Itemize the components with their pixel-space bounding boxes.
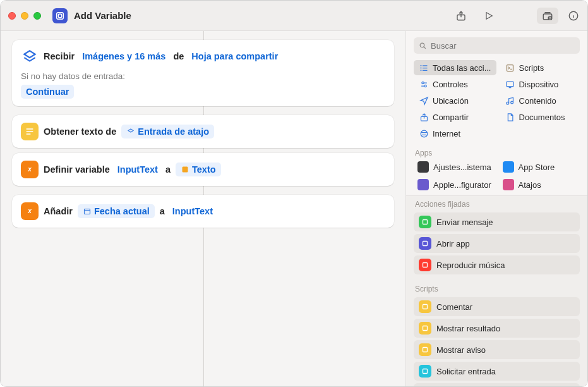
app-item[interactable]: Apple...figurator xyxy=(414,176,495,193)
add-to-variable-label: Añadir xyxy=(44,206,73,216)
category-label: Contenido xyxy=(519,96,556,106)
no-input-behavior-token[interactable]: Continuar xyxy=(21,85,74,99)
app-label: Apple...figurator xyxy=(433,180,491,190)
category-location[interactable]: Ubicación xyxy=(414,93,496,108)
receive-de: de xyxy=(173,51,184,61)
action-list-item[interactable]: Enviar mensaje xyxy=(414,212,580,231)
action-item-label: Solicitar entrada xyxy=(436,367,496,376)
svg-point-20 xyxy=(511,101,513,104)
scripts-section-label: Scripts xyxy=(406,281,587,295)
category-label: Compartir xyxy=(433,113,469,122)
pinned-section-label: Acciones fijadas xyxy=(406,196,587,210)
svg-point-12 xyxy=(420,64,421,66)
pinned-actions-list: Enviar mensajeAbrir appReproducir música xyxy=(406,212,587,274)
controls-icon xyxy=(419,79,429,89)
list-icon xyxy=(419,63,429,73)
action-item-icon xyxy=(419,300,431,313)
shortcut-app-icon xyxy=(52,8,68,23)
main: Recibir Imágenes y 16 más de Hoja para c… xyxy=(1,31,587,386)
share-icon xyxy=(419,112,429,122)
action-list-item[interactable]: Mostrar resultado xyxy=(414,319,580,338)
category-label: Ubicación xyxy=(433,96,469,106)
titlebar-sidebar-controls xyxy=(525,8,580,24)
svg-rect-1 xyxy=(58,14,61,17)
content-icon xyxy=(505,95,515,106)
svg-text:x: x xyxy=(27,207,32,214)
action-item-label: Reproducir música xyxy=(436,261,505,270)
app-item[interactable]: Ajustes...istema xyxy=(414,159,495,175)
action-list-item[interactable]: Solicitar entrada xyxy=(414,362,580,381)
category-grid: Todas las acci...ScriptsControlesDisposi… xyxy=(406,59,587,145)
set-variable-a: a xyxy=(165,164,171,175)
zoom-window-button[interactable] xyxy=(33,12,41,20)
category-internet[interactable]: Internet xyxy=(414,126,496,141)
action-list-item[interactable]: Abrir app xyxy=(414,234,580,253)
action-list-item[interactable]: Comentar xyxy=(414,297,580,316)
action-receive-input[interactable]: Recibir Imágenes y 16 más de Hoja para c… xyxy=(12,40,394,106)
app-label: App Store xyxy=(519,163,555,172)
info-button[interactable] xyxy=(567,9,580,22)
library-toggle-button[interactable] xyxy=(537,8,558,24)
svg-rect-8 xyxy=(183,167,188,173)
workflow-canvas[interactable]: Recibir Imágenes y 16 más de Hoja para c… xyxy=(1,31,405,386)
app-item[interactable]: App Store xyxy=(499,159,580,175)
category-content[interactable]: Contenido xyxy=(500,93,580,108)
receive-input-types-token[interactable]: Imágenes y 16 más xyxy=(80,50,168,63)
action-add-to-variable[interactable]: x Añadir Fecha actual a InputText xyxy=(12,195,394,228)
svg-marker-3 xyxy=(486,12,492,19)
action-list-item[interactable]: Reproducir música xyxy=(414,255,580,274)
receive-source-token[interactable]: Hoja para compartir xyxy=(189,50,280,63)
share-button[interactable] xyxy=(455,9,467,22)
svg-rect-0 xyxy=(57,12,64,19)
svg-point-17 xyxy=(424,85,426,87)
app-icon xyxy=(503,161,514,173)
add-target-variable-token[interactable]: InputText xyxy=(170,205,215,218)
action-item-icon xyxy=(419,343,431,356)
shortcut-input-icon xyxy=(126,127,135,136)
category-controls[interactable]: Controles xyxy=(414,77,496,92)
get-text-label: Obtener texto de xyxy=(44,126,116,137)
search-field[interactable] xyxy=(414,37,580,54)
app-item[interactable]: Atajos xyxy=(499,176,580,193)
variable-value-token[interactable]: Texto xyxy=(176,163,221,176)
action-item-label: Mostrar resultado xyxy=(436,324,500,333)
action-item-label: Abrir app xyxy=(436,239,470,249)
add-value-token[interactable]: Fecha actual xyxy=(78,204,155,218)
internet-icon xyxy=(419,128,429,138)
action-get-text[interactable]: Obtener texto de Entrada de atajo xyxy=(12,115,394,148)
action-list-item[interactable]: Contar xyxy=(414,383,580,386)
category-documents[interactable]: Documentos xyxy=(500,109,580,125)
minimize-window-button[interactable] xyxy=(21,12,28,20)
category-scripts[interactable]: Scripts xyxy=(500,60,580,75)
close-window-button[interactable] xyxy=(8,12,16,20)
get-text-source-token[interactable]: Entrada de atajo xyxy=(121,125,214,138)
search-icon xyxy=(419,42,427,50)
action-item-icon xyxy=(419,216,431,228)
svg-point-13 xyxy=(420,67,421,68)
variable-icon: x xyxy=(21,202,39,220)
svg-rect-25 xyxy=(423,263,428,267)
action-list-item[interactable]: Mostrar aviso xyxy=(414,340,580,359)
text-value-icon xyxy=(181,165,189,174)
search-input[interactable] xyxy=(431,41,575,51)
variable-name-token[interactable]: InputText xyxy=(115,163,160,176)
window-title: Add Variable xyxy=(74,10,131,21)
svg-rect-24 xyxy=(423,242,428,246)
apps-section-label: Apps xyxy=(406,145,587,159)
action-item-label: Comentar xyxy=(436,302,472,312)
svg-rect-18 xyxy=(507,82,513,87)
run-button[interactable] xyxy=(483,9,495,22)
location-icon xyxy=(419,95,429,106)
action-set-variable[interactable]: x Definir variable InputText a Texto xyxy=(12,153,394,186)
add-to-variable-a: a xyxy=(160,206,165,216)
svg-rect-10 xyxy=(84,209,90,214)
app-icon xyxy=(417,161,429,173)
app-label: Ajustes...istema xyxy=(433,163,491,172)
category-share[interactable]: Compartir xyxy=(414,109,496,125)
category-device[interactable]: Dispositivo xyxy=(500,77,580,92)
svg-point-22 xyxy=(421,130,428,137)
category-list[interactable]: Todas las acci... xyxy=(414,60,496,75)
titlebar-actions xyxy=(455,8,580,24)
action-item-icon xyxy=(419,237,431,250)
titlebar: Add Variable xyxy=(1,1,587,31)
